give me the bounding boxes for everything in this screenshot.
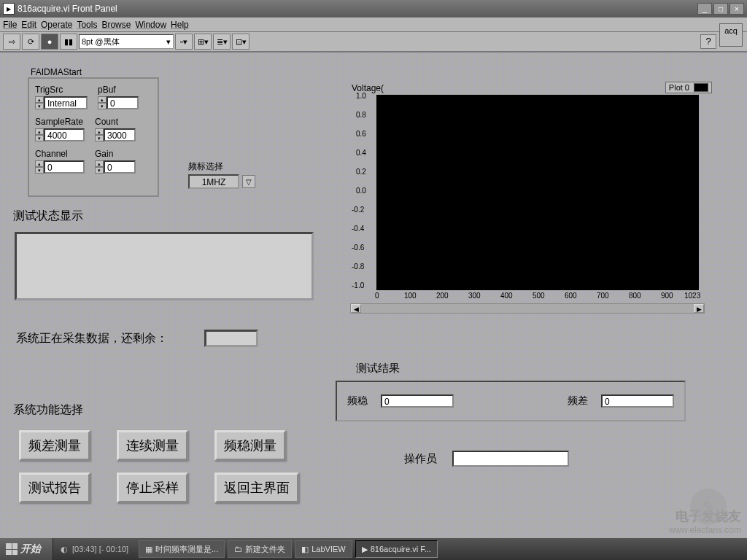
pbuf-field[interactable]: 0	[107, 96, 139, 109]
remaining-indicator	[204, 330, 258, 347]
xtick: 300	[468, 292, 481, 300]
xtick: 800	[629, 292, 641, 300]
doc-icon: ▦	[145, 545, 152, 554]
folder-icon: 🗀	[234, 545, 242, 553]
ytick: -0.8	[352, 262, 364, 271]
channel-spinner[interactable]: ▴▾	[35, 160, 44, 174]
xtick: 600	[565, 292, 577, 300]
start-label: 开始	[20, 542, 41, 556]
channel-field[interactable]: 0	[44, 160, 85, 174]
ytick: -0.6	[352, 244, 364, 252]
pbuf-spinner[interactable]: ▴▾	[98, 96, 107, 109]
toolbar: ⇨ ⟳ ● ▮▮ 8pt @黑体 ▾ ▫▾ ⊞▾ ≣▾ ⊡▾ ?	[0, 32, 747, 52]
count-field[interactable]: 3000	[104, 128, 136, 141]
pbuf-label: pBuf	[98, 85, 139, 95]
minimize-button[interactable]: _	[697, 3, 712, 15]
results-box: 频稳 0 频差 0	[336, 381, 686, 421]
voltage-graph[interactable]	[376, 95, 699, 290]
operator-field[interactable]	[452, 451, 569, 467]
align-button[interactable]: ▫▾	[175, 34, 193, 50]
faidma-label: FAIDMAStart	[31, 67, 82, 77]
menu-operate[interactable]: Operate	[41, 20, 72, 30]
gain-label: Gain	[95, 149, 136, 159]
maximize-button[interactable]: □	[713, 3, 728, 15]
taskbar-item-2[interactable]: 🗀新建文件夹	[228, 540, 292, 558]
plot-legend[interactable]: Plot 0	[665, 82, 712, 93]
app-icon	[3, 3, 15, 15]
status-title: 测试状态显示	[13, 209, 83, 224]
collecting-label: 系统正在采集数据，还剩余：	[16, 331, 168, 346]
reorder-button[interactable]: ≣▾	[213, 34, 231, 50]
window-titlebar: 816acquire.vi Front Panel _ □ ×	[0, 0, 747, 18]
menu-tools[interactable]: Tools	[77, 20, 97, 30]
window-title: 816acquire.vi Front Panel	[18, 4, 117, 14]
close-button[interactable]: ×	[729, 3, 744, 15]
xtick: 200	[436, 292, 449, 300]
vi-icon-acq[interactable]: acq	[719, 23, 743, 47]
return-button[interactable]: 返回主界面	[214, 472, 299, 503]
trigsrc-spinner[interactable]: ▴▾	[35, 96, 44, 109]
menu-browse[interactable]: Browse	[101, 20, 131, 30]
menu-help[interactable]: Help	[171, 20, 189, 30]
freq-select-value[interactable]: 1MHZ	[188, 174, 239, 189]
xtick: 900	[661, 292, 673, 300]
taskbar-item-4[interactable]: ▶816acquire.vi F...	[355, 540, 438, 558]
quick-launch-time: [03:43] [- 00:10]	[72, 545, 128, 553]
freqstab-result-field: 0	[381, 394, 454, 408]
ytick: -0.4	[352, 225, 364, 233]
scroll-right-icon[interactable]: ▶	[694, 304, 704, 313]
xtick: 0	[375, 292, 379, 300]
freq-select-dropdown[interactable]: ▽	[242, 175, 255, 188]
taskbar-item-1[interactable]: ▦时间频率测量是...	[139, 540, 225, 558]
start-button[interactable]: 开始	[0, 538, 53, 560]
functions-title: 系统功能选择	[13, 402, 83, 418]
abort-button[interactable]: ●	[41, 34, 58, 50]
front-panel: FAIDMAStart TrigSrc ▴▾ Internal pBuf ▴▾ …	[0, 52, 747, 538]
menu-bar: File Edit Operate Tools Browse Window He…	[0, 18, 747, 32]
taskbar: 开始 ◐ [03:43] [- 00:10] ▦时间频率测量是... 🗀新建文件…	[0, 538, 747, 560]
report-button[interactable]: 测试报告	[19, 472, 90, 503]
font-selector[interactable]: 8pt @黑体 ▾	[79, 34, 174, 49]
ytick: -0.2	[352, 206, 364, 214]
help-button[interactable]: ?	[700, 34, 716, 49]
xtick: 100	[404, 292, 417, 300]
xtick: 700	[597, 292, 609, 300]
run-continuous-button[interactable]: ⟳	[22, 34, 39, 50]
xtick: 500	[533, 292, 545, 300]
stop-button[interactable]: 停止采样	[117, 472, 188, 503]
graph-scrollbar[interactable]: ◀ ▶	[350, 303, 705, 314]
ytick: 0.2	[356, 168, 366, 176]
scroll-left-icon[interactable]: ◀	[351, 304, 361, 313]
run-button[interactable]: ⇨	[3, 34, 20, 50]
continuous-button[interactable]: 连续测量	[117, 430, 188, 461]
samplerate-field[interactable]: 4000	[44, 128, 85, 141]
distribute-button[interactable]: ⊞▾	[194, 34, 212, 50]
freq-select-label: 频标选择	[188, 160, 255, 173]
freqstab-button[interactable]: 频稳测量	[214, 430, 286, 461]
vi-icon: ▶	[362, 545, 368, 554]
plot-legend-label: Plot 0	[669, 83, 689, 92]
operator-label: 操作员	[404, 452, 437, 466]
ytick: 1.0	[356, 92, 366, 100]
pause-button[interactable]: ▮▮	[60, 34, 77, 50]
gain-spinner[interactable]: ▴▾	[95, 160, 104, 174]
trigsrc-field[interactable]: Internal	[44, 96, 88, 109]
media-icon[interactable]: ◐	[61, 545, 68, 554]
channel-label: Channel	[35, 149, 85, 159]
menu-file[interactable]: File	[3, 20, 17, 30]
quick-launch: ◐ [03:43] [- 00:10]	[53, 545, 136, 554]
status-indicator	[15, 232, 314, 300]
resize-button[interactable]: ⊡▾	[232, 34, 249, 50]
faidma-cluster: FAIDMAStart TrigSrc ▴▾ Internal pBuf ▴▾ …	[28, 77, 159, 197]
xtick: 400	[500, 292, 513, 300]
count-spinner[interactable]: ▴▾	[95, 128, 104, 141]
chevron-down-icon: ▾	[166, 37, 171, 47]
ytick: 0.4	[356, 149, 366, 157]
gain-field[interactable]: 0	[104, 160, 136, 174]
freqdiff-button[interactable]: 频差测量	[19, 430, 90, 461]
samplerate-spinner[interactable]: ▴▾	[35, 128, 44, 141]
menu-edit[interactable]: Edit	[21, 20, 36, 30]
freqdiff-result-label: 频差	[568, 394, 588, 408]
menu-window[interactable]: Window	[135, 20, 166, 30]
taskbar-item-3[interactable]: ◧LabVIEW	[295, 540, 352, 558]
